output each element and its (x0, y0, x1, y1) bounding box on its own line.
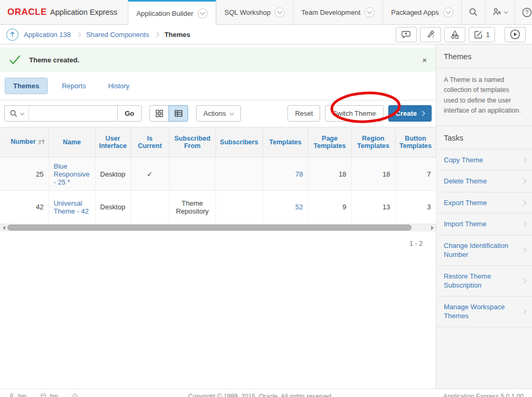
breadcrumb-separator (154, 32, 160, 37)
brand-suffix: Application Express (50, 8, 117, 16)
scroll-left-arrow[interactable] (0, 226, 7, 230)
cell-page-templates: 18 (308, 158, 351, 191)
go-button[interactable]: Go (117, 106, 141, 121)
run-application-icon[interactable] (505, 27, 526, 42)
themes-report-table: Number Name User Interface Is Current Su… (0, 127, 436, 224)
tab-label: Packaged Apps (391, 8, 438, 16)
actions-label: Actions (203, 109, 226, 117)
tab-application-builder[interactable]: Application Builder (128, 0, 216, 25)
task-import-theme[interactable]: Import Theme (436, 214, 532, 235)
switch-theme-button[interactable]: Switch Theme (325, 105, 383, 122)
tab-sql-workshop[interactable]: SQL Workshop (216, 0, 293, 24)
cell-number: 25 (0, 158, 49, 191)
database-icon (40, 393, 46, 397)
column-header-button-templates[interactable]: Button Templates (395, 127, 436, 158)
view-toggle (150, 105, 188, 122)
task-copy-theme[interactable]: Copy Theme (436, 150, 532, 171)
breadcrumb-application[interactable]: Application 138 (24, 31, 71, 39)
search-icon[interactable] (461, 0, 485, 24)
templates-count-link[interactable]: 78 (295, 170, 303, 178)
theme-name-link[interactable]: Universal Theme - 42 (54, 199, 89, 215)
column-header-subscribers[interactable]: Subscribers (216, 127, 263, 158)
report-toolbar: Go Actions Reset Switch Theme (0, 100, 436, 127)
task-change-identification-number[interactable]: Change Identification Number (436, 235, 532, 266)
close-icon[interactable]: × (422, 56, 427, 64)
shared-components-shapes-icon[interactable] (444, 27, 465, 42)
tab-reports[interactable]: Reports (54, 78, 94, 94)
scroll-right-arrow[interactable] (428, 226, 436, 230)
search-box: Go (4, 105, 142, 122)
icon-view-button[interactable] (150, 105, 169, 122)
table-row: 25 Blue Responsive - 25 * Desktop ✓ 78 1… (0, 158, 436, 191)
grid-view-icon (155, 109, 163, 117)
chevron-down-icon[interactable] (275, 7, 285, 17)
up-level-icon[interactable] (6, 29, 18, 41)
scrollbar-thumb[interactable] (7, 225, 412, 230)
theme-name-link[interactable]: Blue Responsive - 25 * (54, 162, 90, 186)
footer-user: tim (8, 393, 26, 397)
search-column-selector[interactable] (5, 106, 29, 121)
column-header-page-templates[interactable]: Page Templates (308, 127, 351, 158)
chevron-down-icon[interactable] (198, 8, 208, 19)
create-button[interactable]: Create (388, 105, 432, 122)
clock-icon (72, 393, 78, 397)
column-header-name[interactable]: Name (49, 127, 95, 158)
theme-roller-flashlight-icon[interactable] (420, 27, 441, 42)
task-delete-theme[interactable]: Delete Theme (436, 171, 532, 192)
column-header-number[interactable]: Number (0, 127, 49, 158)
column-header-region-templates[interactable]: Region Templates (351, 127, 395, 158)
pagination-label: 1 - 2 (0, 232, 436, 256)
task-export-theme[interactable]: Export Theme (436, 192, 532, 214)
tab-themes[interactable]: Themes (5, 78, 48, 94)
tab-label: Team Development (301, 8, 360, 16)
breadcrumb-bar: Application 138 Shared Components Themes… (0, 25, 532, 44)
scrollbar-track[interactable] (7, 224, 428, 232)
column-header-subscribed-from[interactable]: Subscribed From (169, 127, 216, 158)
actions-menu-button[interactable]: Actions (196, 105, 241, 122)
report-view-button[interactable] (169, 105, 188, 122)
report-view-icon (174, 109, 183, 117)
table-header-row: Number Name User Interface Is Current Su… (0, 127, 436, 158)
tab-label: Application Builder (136, 10, 193, 17)
success-check-icon (9, 55, 21, 64)
admin-wrench-icon[interactable] (485, 0, 515, 24)
footer: tim tim Copyright © 1999, 2015, Oracle. … (0, 389, 532, 397)
top-navigation-bar: ORACLE Application Express Application B… (0, 0, 532, 25)
reset-button[interactable]: Reset (287, 105, 320, 122)
tasks-title: Tasks (436, 126, 532, 150)
cell-subscribers (216, 191, 263, 224)
right-sidebar: Themes A Theme is a named collection of … (436, 44, 532, 389)
tab-team-development[interactable]: Team Development (293, 0, 382, 24)
column-header-templates[interactable]: Templates (263, 127, 308, 158)
search-icon (10, 109, 18, 118)
chevron-down-icon (229, 110, 234, 115)
horizontal-scrollbar[interactable] (0, 224, 436, 232)
brand-logo: ORACLE Application Express (0, 0, 128, 24)
chevron-down-icon[interactable] (443, 7, 453, 17)
chevron-down-icon[interactable] (365, 7, 375, 17)
column-header-is-current[interactable]: Is Current (130, 127, 169, 158)
chevron-right-icon (521, 157, 527, 162)
column-header-user-interface[interactable]: User Interface (95, 127, 130, 158)
success-message-banner: Theme created. × (0, 48, 436, 72)
breadcrumb-shared-components[interactable]: Shared Components (86, 31, 149, 39)
chevron-right-icon (521, 200, 527, 205)
task-restore-theme-subscription[interactable]: Restore Theme Subscription (436, 266, 532, 297)
edit-page-button[interactable]: 1 (469, 27, 495, 42)
tab-label: SQL Workshop (225, 8, 270, 16)
search-input[interactable] (29, 106, 117, 121)
task-manage-workspace-themes[interactable]: Manage Workspace Themes (436, 297, 532, 327)
cell-page-templates: 9 (308, 191, 351, 224)
help-icon[interactable]: ? (515, 0, 532, 24)
cell-button-templates: 7 (395, 158, 436, 191)
success-message-text: Theme created. (29, 56, 79, 64)
tab-history[interactable]: History (100, 78, 137, 94)
feedback-comment-icon[interactable] (396, 27, 417, 42)
page-action-icons: 1 (396, 27, 526, 42)
chevron-right-icon (420, 111, 425, 116)
chevron-right-icon (521, 309, 527, 314)
chevron-right-icon (521, 247, 527, 253)
cell-user-interface: Desktop (95, 191, 130, 224)
tab-packaged-apps[interactable]: Packaged Apps (382, 0, 461, 24)
templates-count-link[interactable]: 52 (295, 203, 303, 211)
